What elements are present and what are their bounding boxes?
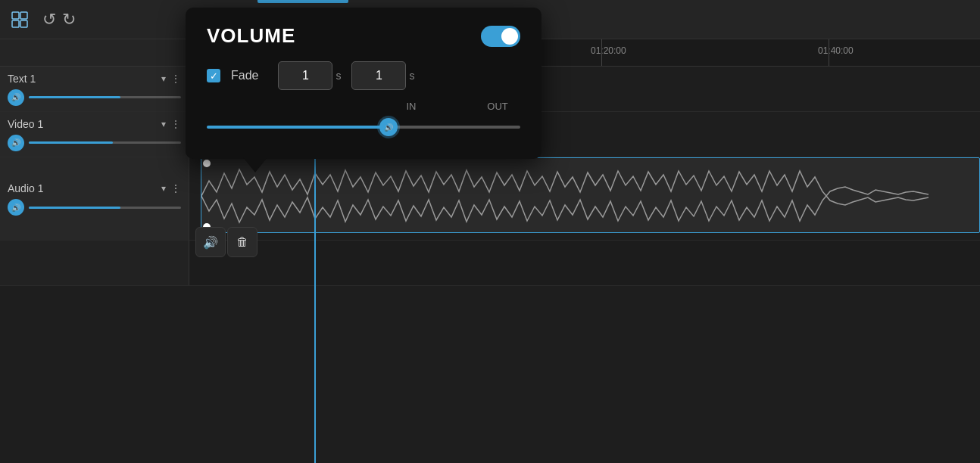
ruler-tick-3: 01:40:00 — [818, 45, 854, 56]
fade-out-input[interactable] — [351, 61, 406, 90]
volume-popup: VOLUME ✓ Fade s s IN OUT 🔊 — [186, 8, 541, 159]
svg-rect-2 — [12, 20, 19, 27]
ruler-line-2 — [601, 39, 602, 66]
popup-header: VOLUME — [207, 24, 520, 48]
fade-out-group: s — [351, 61, 414, 90]
mini-toolbar: 🔊 🗑 — [195, 227, 257, 257]
track-name-audio1: Audio 1 — [8, 182, 157, 194]
mini-volume-button[interactable]: 🔊 — [195, 227, 226, 257]
tab-indicator — [257, 0, 348, 3]
clip-corner-top-left[interactable] — [203, 160, 211, 167]
waveform-svg: // Generate waveform bars in SVG via inl… — [201, 158, 979, 232]
spacer-label — [0, 241, 189, 285]
volume-slider-row: 🔊 — [207, 117, 520, 138]
volume-slider-thumb[interactable]: 🔊 — [379, 118, 398, 136]
track-label-video1: Video 1 ▾ ⋮ 🔊 — [0, 112, 189, 157]
track-name-video1: Video 1 — [8, 118, 157, 130]
track-volume-slider-audio1[interactable] — [29, 207, 181, 209]
ruler-line-3 — [829, 39, 829, 66]
spacer-content — [189, 241, 980, 285]
track-row-audio1: Audio 1 ▾ ⋮ 🔊 // Generate waveform bars … — [0, 157, 980, 241]
redo-button[interactable]: ↻ — [62, 10, 76, 30]
fade-row: ✓ Fade s s — [207, 61, 520, 90]
track-content-audio1: // Generate waveform bars in SVG via inl… — [189, 157, 980, 240]
track-volume-slider-text1[interactable] — [29, 96, 181, 98]
track-volume-slider-video1[interactable] — [29, 141, 181, 144]
layout-icon[interactable] — [9, 9, 30, 30]
svg-rect-0 — [12, 12, 19, 19]
track-menu-audio1[interactable]: ⋮ — [170, 182, 181, 194]
undo-redo-group: ↺ ↻ — [42, 10, 76, 30]
track-spacer-row — [0, 241, 980, 286]
track-expand-text1[interactable]: ▾ — [161, 73, 166, 84]
fade-in-group: s — [278, 61, 341, 90]
track-volume-icon-video1[interactable]: 🔊 — [8, 135, 24, 151]
track-menu-video1[interactable]: ⋮ — [170, 118, 181, 130]
fade-out-unit: s — [409, 70, 414, 82]
volume-toggle[interactable] — [481, 26, 520, 47]
undo-button[interactable]: ↺ — [42, 10, 56, 30]
ruler-tick-2: 01:20:00 — [591, 45, 626, 56]
track-volume-icon-audio1[interactable]: 🔊 — [8, 199, 24, 216]
in-label: IN — [389, 101, 434, 112]
popup-arrow — [243, 157, 267, 172]
track-name-text1: Text 1 — [8, 73, 157, 85]
svg-rect-3 — [20, 20, 27, 27]
track-label-text1: Text 1 ▾ ⋮ 🔊 — [0, 67, 189, 111]
track-label-header — [0, 39, 189, 66]
in-out-labels-row: IN OUT — [389, 101, 520, 112]
svg-rect-1 — [20, 12, 27, 19]
fade-label: Fade — [231, 69, 258, 82]
volume-main-slider[interactable]: 🔊 — [207, 126, 520, 129]
audio-waveform[interactable]: // Generate waveform bars in SVG via inl… — [201, 157, 980, 233]
track-volume-icon-text1[interactable]: 🔊 — [8, 89, 24, 106]
popup-title: VOLUME — [207, 24, 295, 48]
track-expand-video1[interactable]: ▾ — [161, 119, 166, 129]
track-expand-audio1[interactable]: ▾ — [161, 183, 166, 194]
mini-delete-button[interactable]: 🗑 — [227, 227, 257, 257]
fade-in-unit: s — [336, 70, 341, 82]
fade-checkbox[interactable]: ✓ — [207, 69, 220, 82]
track-label-audio1: Audio 1 ▾ ⋮ 🔊 — [0, 157, 189, 241]
track-menu-text1[interactable]: ⋮ — [170, 73, 181, 85]
toggle-knob — [501, 28, 518, 45]
out-label: OUT — [475, 101, 520, 112]
fade-in-input[interactable] — [278, 61, 332, 90]
playhead-audio — [314, 157, 316, 240]
